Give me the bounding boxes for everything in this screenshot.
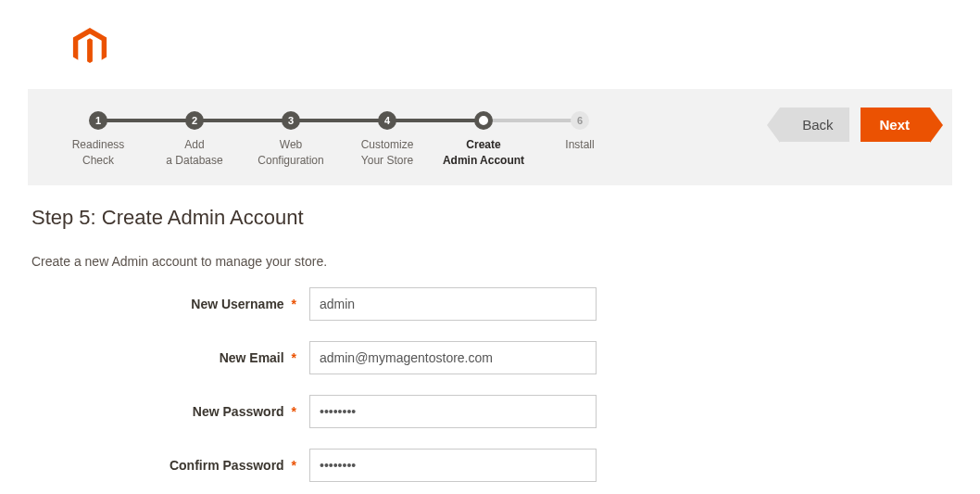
step-label-4: Customize Your Store	[339, 137, 435, 169]
magento-logo	[72, 28, 952, 67]
step-label-6: Install	[532, 137, 628, 153]
password-label: New Password *	[31, 404, 309, 419]
next-button[interactable]: Next	[861, 108, 930, 142]
step-indicator-4: 4	[378, 111, 396, 130]
confirm-password-input[interactable]	[309, 449, 597, 482]
field-row-password: New Password *	[31, 395, 949, 428]
step-label-1: Readiness Check	[50, 137, 146, 169]
step-label-5: Create Admin Account	[435, 137, 532, 169]
username-label-text: New Username	[191, 297, 283, 311]
stepper: 1Readiness Check2Add a Database3Web Conf…	[50, 108, 628, 169]
stepper-bar: 1Readiness Check2Add a Database3Web Conf…	[28, 89, 952, 185]
step-indicator-6: 6	[571, 111, 589, 130]
step-label-3: Web Configuration	[243, 137, 339, 169]
step-indicator-3: 3	[282, 111, 300, 130]
confirm-password-label: Confirm Password *	[31, 458, 309, 473]
required-mark: *	[288, 404, 300, 419]
step-2: 2Add a Database	[146, 111, 243, 169]
required-mark: *	[288, 297, 300, 311]
required-mark: *	[288, 350, 300, 365]
step-1: 1Readiness Check	[50, 111, 146, 169]
step-title: Step 5: Create Admin Account	[31, 206, 949, 230]
step-indicator-1: 1	[89, 111, 107, 130]
step-4: 4Customize Your Store	[339, 111, 435, 169]
back-button[interactable]: Back	[780, 108, 849, 142]
wizard-actions: Back Next	[780, 108, 930, 142]
required-mark: *	[288, 458, 300, 473]
field-row-email: New Email *	[31, 341, 949, 374]
username-input[interactable]	[309, 287, 597, 321]
password-label-text: New Password	[193, 404, 284, 419]
field-row-username: New Username *	[31, 287, 949, 321]
step-6: 6Install	[532, 111, 628, 169]
password-input[interactable]	[309, 395, 597, 428]
step-label-2: Add a Database	[146, 137, 243, 169]
confirm-password-label-text: Confirm Password	[170, 458, 284, 473]
step-5: Create Admin Account	[435, 111, 532, 169]
step-3: 3Web Configuration	[243, 111, 339, 169]
email-label: New Email *	[31, 350, 309, 365]
step-content: Step 5: Create Admin Account Create a ne…	[28, 185, 952, 482]
magento-logo-icon	[72, 28, 107, 67]
step-indicator-2: 2	[185, 111, 204, 130]
email-input[interactable]	[309, 341, 597, 374]
email-label-text: New Email	[220, 350, 284, 365]
step-indicator-5	[474, 111, 493, 130]
step-description: Create a new Admin account to manage you…	[31, 254, 949, 269]
field-row-confirm-password: Confirm Password *	[31, 449, 949, 482]
username-label: New Username *	[31, 297, 309, 311]
